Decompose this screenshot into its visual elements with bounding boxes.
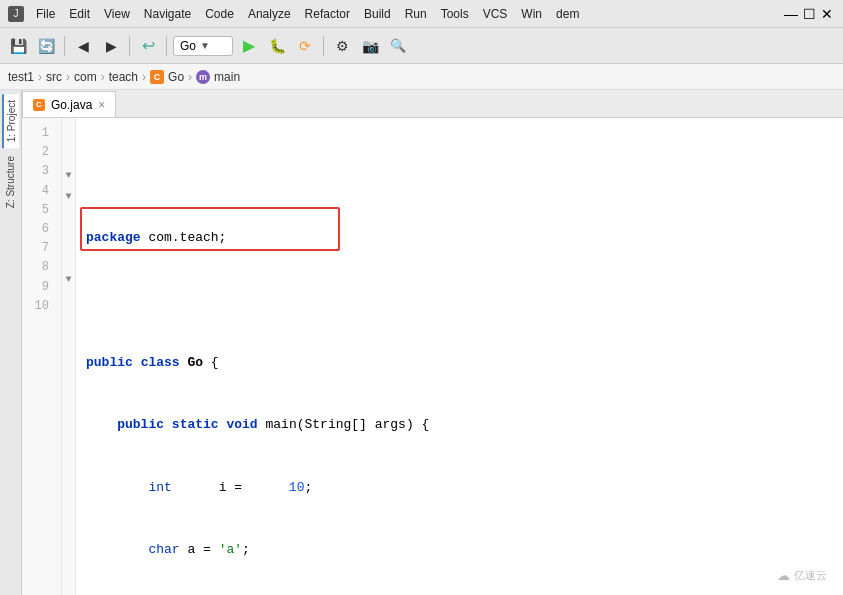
toolbar-camera[interactable]: 📷 (358, 34, 382, 58)
fold-2 (62, 145, 75, 166)
breadcrumb-sep4: › (142, 70, 146, 84)
toolbar-back[interactable]: ◀ (71, 34, 95, 58)
menu-build[interactable]: Build (358, 5, 397, 23)
breadcrumb-com[interactable]: com (74, 70, 97, 84)
toolbar-settings[interactable]: ⚙ (330, 34, 354, 58)
toolbar-sep3 (166, 36, 167, 56)
line-num-5: 5 (22, 201, 55, 220)
toolbar-sep2 (129, 36, 130, 56)
breadcrumb-sep2: › (66, 70, 70, 84)
fold-arrows: ▼ ▼ ▼ (62, 118, 76, 595)
menu-win[interactable]: Win (515, 5, 548, 23)
toolbar-sync[interactable]: 🔄 (34, 34, 58, 58)
code-line-6: char a = 'a'; (86, 540, 833, 561)
menu-refactor[interactable]: Refactor (299, 5, 356, 23)
menu-navigate[interactable]: Navigate (138, 5, 197, 23)
main-layout: 1: Project Z: Structure C Go.java × 1 2 … (0, 90, 843, 595)
menu-code[interactable]: Code (199, 5, 240, 23)
toolbar-coverage[interactable]: ⟳ (293, 34, 317, 58)
breadcrumb: test1 › src › com › teach › C Go › m mai… (0, 64, 843, 90)
code-line-4: public static void main(String[] args) { (86, 415, 833, 436)
line-numbers: 1 2 3 4 5 6 7 8 9 10 (22, 118, 62, 595)
run-config-selector[interactable]: Go ▼ (173, 36, 233, 56)
line-num-2: 2 (22, 143, 55, 162)
close-button[interactable]: ✕ (819, 6, 835, 22)
menu-bar: File Edit View Navigate Code Analyze Ref… (30, 5, 585, 23)
breadcrumb-src[interactable]: src (46, 70, 62, 84)
app-icon: J (8, 6, 24, 22)
menu-tools[interactable]: Tools (435, 5, 475, 23)
breadcrumb-sep5: › (188, 70, 192, 84)
line-num-3: 3 (22, 162, 55, 181)
toolbar-sep4 (323, 36, 324, 56)
tab-go-java-close[interactable]: × (98, 99, 105, 111)
toolbar-save[interactable]: 💾 (6, 34, 30, 58)
sidebar-tab-structure[interactable]: Z: Structure (3, 150, 18, 214)
breadcrumb-m-icon: m (196, 70, 210, 84)
menu-view[interactable]: View (98, 5, 136, 23)
tab-go-java[interactable]: C Go.java × (22, 91, 116, 117)
fold-6 (62, 228, 75, 249)
toolbar-revert[interactable]: ↩ (136, 34, 160, 58)
line-num-8: 8 (22, 258, 55, 277)
watermark: ☁ 亿速云 (777, 568, 827, 583)
line-num-9: 9 (22, 278, 55, 297)
line-num-1: 1 (22, 124, 55, 143)
title-bar: J File Edit View Navigate Code Analyze R… (0, 0, 843, 28)
breadcrumb-main[interactable]: main (214, 70, 240, 84)
breadcrumb-teach[interactable]: teach (109, 70, 138, 84)
watermark-icon: ☁ (777, 568, 790, 583)
code-line-2 (86, 290, 833, 311)
menu-edit[interactable]: Edit (63, 5, 96, 23)
run-config-dropdown-icon: ▼ (200, 40, 210, 51)
watermark-text: 亿速云 (794, 568, 827, 583)
fold-7 (62, 249, 75, 270)
breadcrumb-sep3: › (101, 70, 105, 84)
fold-4[interactable]: ▼ (62, 186, 75, 207)
code-content[interactable]: package com.teach; public class Go { pub… (76, 118, 843, 595)
tab-go-java-label: Go.java (51, 98, 92, 112)
toolbar-run[interactable]: ▶ (237, 34, 261, 58)
breadcrumb-go[interactable]: Go (168, 70, 184, 84)
code-line-1: package com.teach; (86, 228, 833, 249)
code-line-5: int i = 10; (86, 478, 833, 499)
tab-go-java-icon: C (33, 99, 45, 111)
code-line-3: public class Go { (86, 353, 833, 374)
code-editor[interactable]: 1 2 3 4 5 6 7 8 9 10 ▼ ▼ ▼ (22, 118, 843, 595)
maximize-button[interactable]: ☐ (801, 6, 817, 22)
toolbar-sep1 (64, 36, 65, 56)
run-config-label: Go (180, 39, 196, 53)
menu-vcs[interactable]: VCS (477, 5, 514, 23)
line-num-6: 6 (22, 220, 55, 239)
minimize-button[interactable]: — (783, 6, 799, 22)
window-controls: — ☐ ✕ (783, 6, 835, 22)
line-num-10: 10 (22, 297, 55, 316)
toolbar-debug[interactable]: 🐛 (265, 34, 289, 58)
fold-1 (62, 124, 75, 145)
menu-analyze[interactable]: Analyze (242, 5, 297, 23)
toolbar-search[interactable]: 🔍 (386, 34, 410, 58)
line-num-7: 7 (22, 239, 55, 258)
fold-5 (62, 207, 75, 228)
sidebar-strip: 1: Project Z: Structure (0, 90, 22, 595)
menu-run[interactable]: Run (399, 5, 433, 23)
toolbar-forward[interactable]: ▶ (99, 34, 123, 58)
tab-bar: C Go.java × (22, 90, 843, 118)
breadcrumb-test1[interactable]: test1 (8, 70, 34, 84)
breadcrumb-go-icon: C (150, 70, 164, 84)
toolbar: 💾 🔄 ◀ ▶ ↩ Go ▼ ▶ 🐛 ⟳ ⚙ 📷 🔍 (0, 28, 843, 64)
menu-file[interactable]: File (30, 5, 61, 23)
fold-8[interactable]: ▼ (62, 270, 75, 291)
line-num-4: 4 (22, 182, 55, 201)
sidebar-tab-project[interactable]: 1: Project (2, 94, 19, 148)
editor-area: C Go.java × 1 2 3 4 5 6 7 8 9 10 (22, 90, 843, 595)
fold-9 (62, 290, 75, 311)
fold-10 (62, 311, 75, 332)
menu-dem[interactable]: dem (550, 5, 585, 23)
fold-3[interactable]: ▼ (62, 166, 75, 187)
breadcrumb-sep1: › (38, 70, 42, 84)
